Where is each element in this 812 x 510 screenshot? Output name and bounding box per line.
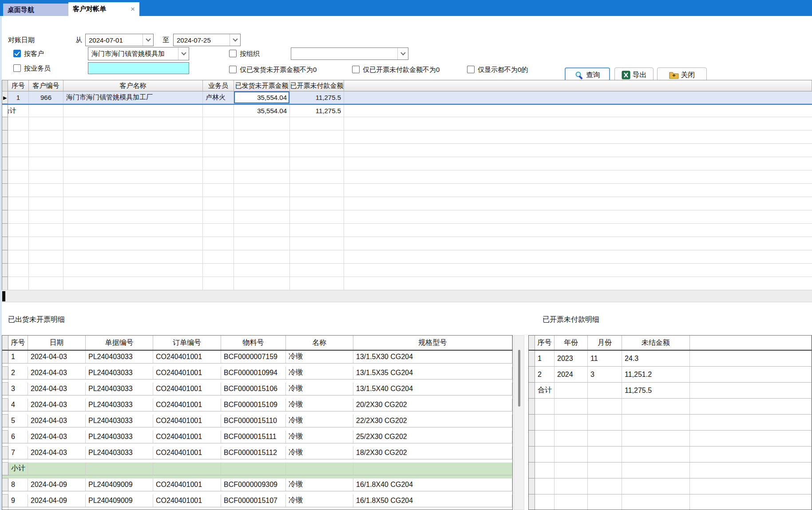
col-header-month[interactable]: 月份	[588, 336, 622, 350]
table-cell[interactable]: 2024-04-03	[28, 383, 86, 395]
table-cell[interactable]	[86, 463, 153, 475]
only-invoiced-unpaid-checkbox[interactable]	[352, 66, 360, 73]
table-cell[interactable]: 冷镦	[286, 351, 353, 364]
row-selector-cell[interactable]	[2, 431, 8, 443]
col-header-salesman[interactable]: 业务员	[203, 80, 234, 91]
row-selector-cell[interactable]	[2, 478, 8, 491]
col-header-invoiced-amount[interactable]: 已开票未付款金额	[290, 80, 344, 91]
col-header-date[interactable]: 日期	[28, 336, 86, 350]
table-row[interactable]: 62024-04-03PL240403033CO240401001BCF0000…	[2, 431, 512, 447]
table-cell[interactable]: 24.3	[622, 351, 690, 367]
table-row[interactable]: 12024-04-03PL240403033CO240401001BCF0000…	[2, 351, 512, 367]
table-row[interactable]: 小计	[2, 463, 512, 478]
table-cell[interactable]	[555, 383, 588, 399]
date-from-select[interactable]: 2024-07-01	[85, 34, 154, 46]
table-cell[interactable]: 冷镦	[286, 447, 353, 459]
table-cell[interactable]: BCF0000015107	[221, 494, 286, 507]
table-cell[interactable]: 2024-04-03	[28, 367, 86, 380]
chevron-down-icon[interactable]	[143, 34, 153, 46]
col-header-shipped-amount[interactable]: 已发货未开票金额	[234, 80, 290, 91]
row-selector-cell[interactable]	[529, 383, 535, 399]
table-cell[interactable]: 25/2X30 CG202	[353, 431, 512, 443]
table-cell[interactable]: CO240401001	[153, 431, 221, 443]
horizontal-scrollbar-thumb[interactable]	[2, 291, 5, 301]
table-cell[interactable]: 2024-04-03	[28, 399, 86, 411]
table-cell[interactable]: 2	[8, 367, 28, 380]
table-cell[interactable]: 冷镦	[286, 383, 353, 395]
table-cell[interactable]: CO240401001	[153, 447, 221, 459]
horizontal-scrollbar[interactable]	[2, 290, 812, 302]
row-selector-cell[interactable]	[2, 367, 8, 380]
table-cell[interactable]: 13/1.5X40 CG204	[353, 383, 512, 395]
row-selector-cell[interactable]: ▶	[2, 91, 8, 104]
table-cell[interactable]: PL240403033	[86, 367, 153, 380]
table-cell[interactable]: PL240403033	[86, 399, 153, 411]
table-cell[interactable]: 9	[8, 494, 28, 507]
table-row[interactable]: 120231124.3	[529, 351, 812, 367]
table-cell[interactable]: CO240401001	[153, 351, 221, 364]
table-cell[interactable]: CO240401001	[153, 383, 221, 395]
table-row[interactable]: 22024311,251.2	[529, 367, 812, 383]
table-cell[interactable]: BCF0000009309	[221, 478, 286, 491]
cell-invoiced-amount[interactable]: 11,275.5	[290, 91, 344, 104]
table-cell[interactable]: 冷镦	[286, 415, 353, 427]
organization-select[interactable]	[291, 47, 408, 60]
col-header-year[interactable]: 年份	[555, 336, 588, 350]
row-selector-cell[interactable]	[2, 447, 8, 459]
col-header-customer-code[interactable]: 客户编号	[29, 80, 63, 91]
salesman-input[interactable]	[88, 62, 189, 74]
row-selector-cell[interactable]	[2, 494, 8, 507]
table-cell[interactable]	[153, 463, 221, 475]
table-cell[interactable]: 2024	[555, 367, 588, 383]
summary-selected-row[interactable]: ▶ 1 966 海门市海门镇管姚模具加工厂 卢林火 35,554.04 11,2…	[2, 91, 812, 104]
table-row[interactable]: 92024-04-09PL240409009CO240401001BCF0000…	[2, 494, 512, 510]
table-cell[interactable]: 18/2X30 CG202	[353, 447, 512, 459]
col-header-seq[interactable]: 序号	[8, 336, 28, 350]
table-cell[interactable]: 冷镦	[286, 367, 353, 380]
table-cell[interactable]: 3	[588, 367, 622, 383]
by-customer-checkbox[interactable]	[13, 50, 21, 57]
table-row[interactable]: 32024-04-03PL240403033CO240401001BCF0000…	[2, 383, 512, 399]
table-cell[interactable]: 22/2X30 CG202	[353, 415, 512, 427]
table-cell[interactable]: 2	[535, 367, 555, 383]
table-cell[interactable]: 2024-04-03	[28, 431, 86, 443]
col-header-seq[interactable]: 序号	[8, 80, 29, 91]
tab-customer-statement[interactable]: 客户对帐单 ×	[68, 2, 139, 16]
table-row[interactable]: 22024-04-03PL240403033CO240401001BCF0000…	[2, 367, 512, 383]
table-cell[interactable]: 2024-04-03	[28, 447, 86, 459]
tab-desktop-navigation[interactable]: 桌面导航	[3, 4, 68, 16]
tab-close-icon[interactable]: ×	[124, 5, 135, 14]
table-cell[interactable]: 5	[8, 415, 28, 427]
date-to-select[interactable]: 2024-07-25	[173, 34, 241, 46]
table-cell[interactable]: 13/1.5X30 CG204	[353, 351, 512, 364]
table-cell[interactable]: CO240401001	[153, 367, 221, 380]
cell-customer-name[interactable]: 海门市海门镇管姚模具加工厂	[63, 91, 203, 104]
table-cell[interactable]: 2023	[555, 351, 588, 367]
table-cell[interactable]: CO240401001	[153, 478, 221, 491]
table-cell[interactable]: 小计	[8, 463, 28, 475]
table-cell[interactable]: BCF0000015106	[221, 383, 286, 395]
table-cell[interactable]: BCF0000010994	[221, 367, 286, 380]
by-organization-checkbox[interactable]	[229, 50, 237, 57]
row-selector-cell[interactable]	[2, 399, 8, 411]
row-selector-cell[interactable]	[529, 351, 535, 367]
table-cell[interactable]: PL240409009	[86, 478, 153, 491]
table-cell[interactable]: 2024-04-09	[28, 494, 86, 507]
vertical-scrollbar[interactable]	[514, 335, 524, 510]
row-selector-cell[interactable]	[529, 367, 535, 383]
table-cell[interactable]: PL240409009	[86, 494, 153, 507]
table-cell[interactable]	[588, 383, 622, 399]
col-header-customer-name[interactable]: 客户名称	[63, 80, 203, 91]
table-cell[interactable]: 4	[8, 399, 28, 411]
table-cell[interactable]: 16/1.8X40 CG204	[353, 478, 512, 491]
col-header-doc-no[interactable]: 单据编号	[86, 336, 153, 350]
table-cell[interactable]: 合计	[535, 383, 555, 399]
table-cell[interactable]: PL240403033	[86, 447, 153, 459]
table-cell[interactable]: 13/1.5X35 CG204	[353, 367, 512, 380]
col-header-material-no[interactable]: 物料号	[221, 336, 286, 350]
col-header-order-no[interactable]: 订单编号	[153, 336, 221, 350]
only-nonzero-checkbox[interactable]	[467, 66, 475, 73]
table-row[interactable]: 42024-04-03PL240403033CO240401001BCF0000…	[2, 399, 512, 415]
row-selector-cell[interactable]	[2, 463, 8, 475]
table-cell[interactable]: 3	[8, 383, 28, 395]
